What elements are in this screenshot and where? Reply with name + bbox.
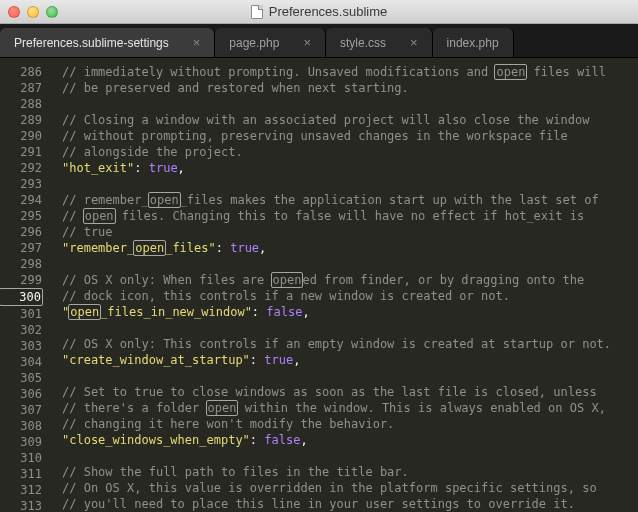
code-line[interactable]: // immediately without prompting. Unsave…	[62, 64, 638, 80]
token: // without prompting, preserving unsaved…	[62, 129, 568, 143]
token: ,	[178, 161, 185, 175]
code-line[interactable]: // dock icon, this controls if a new win…	[62, 288, 638, 304]
line-number: 296	[0, 224, 42, 240]
code-line[interactable]: // you'll need to place this line in you…	[62, 496, 638, 512]
token: :	[134, 161, 148, 175]
line-number: 288	[0, 96, 42, 112]
code-line[interactable]: // without prompting, preserving unsaved…	[62, 128, 638, 144]
search-match: open	[494, 64, 527, 80]
gutter: 2862872882892902912922932942952962972982…	[0, 58, 50, 512]
token: "hot_exit"	[62, 161, 134, 175]
token: //	[62, 209, 84, 223]
minimize-icon[interactable]	[27, 6, 39, 18]
code-line[interactable]: "close_windows_when_empty": false,	[62, 432, 638, 448]
code-line[interactable]: // changing it here won't modify the beh…	[62, 416, 638, 432]
search-match: open	[206, 400, 239, 416]
token: "remember_	[62, 241, 134, 255]
code-line[interactable]: "open_files_in_new_window": false,	[62, 304, 638, 320]
line-number: 292	[0, 160, 42, 176]
close-icon[interactable]: ×	[410, 35, 418, 50]
code-line[interactable]: // Show the full path to files in the ti…	[62, 464, 638, 480]
search-match: open	[148, 192, 181, 208]
token: ,	[300, 433, 307, 447]
line-number: 291	[0, 144, 42, 160]
code-line[interactable]: // OS X only: When files are opened from…	[62, 272, 638, 288]
line-number: 302	[0, 322, 42, 338]
tab-index-php[interactable]: index.php	[433, 28, 514, 57]
token: _files"	[165, 241, 216, 255]
token: ,	[259, 241, 266, 255]
editor[interactable]: 2862872882892902912922932942952962972982…	[0, 58, 638, 512]
code-line[interactable]: // OS X only: This controls if an empty …	[62, 336, 638, 352]
search-match: open	[133, 240, 166, 256]
token: false	[264, 433, 300, 447]
code-line[interactable]: // open files. Changing this to false wi…	[62, 208, 638, 224]
code-line[interactable]: // On OS X, this value is overridden in …	[62, 480, 638, 496]
tabbar: Preferences.sublime-settings×page.php×st…	[0, 24, 638, 58]
code-line[interactable]	[62, 448, 638, 464]
line-number: 290	[0, 128, 42, 144]
code-line[interactable]	[62, 320, 638, 336]
close-icon[interactable]	[8, 6, 20, 18]
code-line[interactable]	[62, 176, 638, 192]
token: // OS X only: When files are	[62, 273, 272, 287]
code-line[interactable]: // be preserved and restored when next s…	[62, 80, 638, 96]
code-line[interactable]: "hot_exit": true,	[62, 160, 638, 176]
token: :	[250, 353, 264, 367]
line-number: 310	[0, 450, 42, 466]
maximize-icon[interactable]	[46, 6, 58, 18]
code-line[interactable]: // true	[62, 224, 638, 240]
line-number: 306	[0, 386, 42, 402]
line-number: 309	[0, 434, 42, 450]
token: "create_window_at_startup"	[62, 353, 250, 367]
tab-page-php[interactable]: page.php×	[215, 28, 326, 57]
code-area[interactable]: // immediately without prompting. Unsave…	[50, 58, 638, 512]
token: :	[216, 241, 230, 255]
token: true	[230, 241, 259, 255]
line-number: 311	[0, 466, 42, 482]
line-number: 293	[0, 176, 42, 192]
close-icon[interactable]: ×	[303, 35, 311, 50]
code-line[interactable]	[62, 256, 638, 272]
token: true	[149, 161, 178, 175]
code-line[interactable]: // alongside the project.	[62, 144, 638, 160]
token: _files_in_new_window"	[100, 305, 252, 319]
tab-style-css[interactable]: style.css×	[326, 28, 433, 57]
line-number: 286	[0, 64, 42, 80]
code-line[interactable]	[62, 368, 638, 384]
line-number: 313	[0, 498, 42, 512]
line-number: 312	[0, 482, 42, 498]
code-line[interactable]	[62, 96, 638, 112]
token: within the window. This is always enable…	[237, 401, 605, 415]
document-icon	[251, 5, 263, 19]
token: // be preserved and restored when next s…	[62, 81, 409, 95]
search-match: open	[271, 272, 304, 288]
code-line[interactable]: // remember_open_files makes the applica…	[62, 192, 638, 208]
token: // there's a folder	[62, 401, 207, 415]
window-title: Preferences.sublime	[0, 4, 638, 19]
code-line[interactable]: // Closing a window with an associated p…	[62, 112, 638, 128]
code-line[interactable]: // there's a folder open within the wind…	[62, 400, 638, 416]
token: // Closing a window with an associated p…	[62, 113, 589, 127]
line-number: 287	[0, 80, 42, 96]
token: // remember_	[62, 193, 149, 207]
code-line[interactable]: "create_window_at_startup": true,	[62, 352, 638, 368]
token: ,	[302, 305, 309, 319]
line-number: 305	[0, 370, 42, 386]
token: // On OS X, this value is overridden in …	[62, 481, 597, 495]
line-number: 300	[0, 288, 43, 306]
token: _files makes the application start up wi…	[180, 193, 599, 207]
close-icon[interactable]: ×	[193, 35, 201, 50]
line-number: 304	[0, 354, 42, 370]
line-number: 298	[0, 256, 42, 272]
line-number: 301	[0, 306, 42, 322]
code-line[interactable]: "remember_open_files": true,	[62, 240, 638, 256]
line-number: 294	[0, 192, 42, 208]
line-number: 307	[0, 402, 42, 418]
code-line[interactable]: // Set to true to close windows as soon …	[62, 384, 638, 400]
token: "close_windows_when_empty"	[62, 433, 250, 447]
tab-label: page.php	[229, 36, 279, 50]
line-number: 299	[0, 272, 42, 288]
tab-preferences-sublime-settings[interactable]: Preferences.sublime-settings×	[0, 28, 215, 57]
titlebar: Preferences.sublime	[0, 0, 638, 24]
